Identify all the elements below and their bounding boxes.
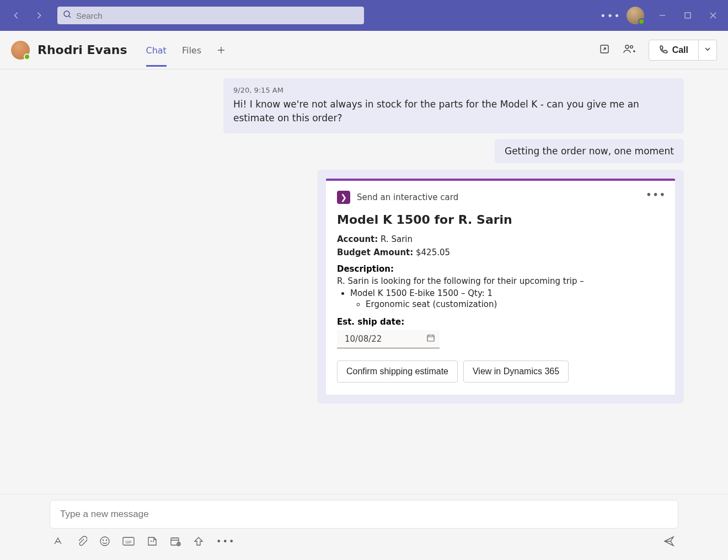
schedule-meeting-icon[interactable] (170, 536, 181, 547)
svg-point-11 (151, 541, 152, 542)
chat-header: Rhodri Evans Chat Files Call (0, 31, 728, 69)
search-input[interactable] (76, 11, 358, 20)
contact-avatar[interactable] (11, 41, 30, 60)
window-minimize-button[interactable] (657, 10, 667, 20)
account-row: Account: R. Sarin (337, 234, 664, 244)
nav-forward-button[interactable] (34, 10, 44, 20)
confirm-shipping-button[interactable]: Confirm shipping estimate (337, 360, 458, 383)
call-button-label: Call (672, 45, 688, 55)
card-title: Model K 1500 for R. Sarin (337, 213, 664, 227)
composer: GIF ••• (0, 494, 728, 560)
tab-files[interactable]: Files (182, 33, 201, 67)
attach-icon[interactable] (76, 536, 87, 547)
svg-point-4 (630, 45, 633, 48)
budget-row: Budget Amount: $425.05 (337, 247, 664, 257)
line-item: Model K 1500 E-bike 1500 – Qty: 1 (350, 288, 664, 298)
power-automate-icon: ❯ (337, 191, 350, 204)
adaptive-card: ••• ❯ Send an interactive card Model K 1… (326, 179, 675, 395)
message-timestamp: 9/20, 9:15 AM (233, 86, 674, 94)
svg-point-0 (64, 11, 69, 17)
view-in-dynamics-button[interactable]: View in Dynamics 365 (463, 360, 569, 383)
window-maximize-button[interactable] (683, 10, 693, 20)
stream-icon[interactable] (193, 536, 204, 547)
more-options-button[interactable]: ••• (606, 10, 615, 20)
presence-available-icon (24, 53, 30, 60)
ship-date-value: 10/08/22 (345, 334, 382, 344)
call-button[interactable]: Call (649, 40, 699, 61)
message-text: Hi! I know we're not always in stock for… (233, 98, 674, 125)
svg-point-3 (625, 45, 629, 49)
svg-point-8 (106, 540, 106, 540)
phone-icon (659, 45, 668, 56)
incoming-message: 9/20, 9:15 AM Hi! I know we're not alway… (223, 78, 684, 133)
tab-chat[interactable]: Chat (146, 33, 167, 67)
description-label: Description: (337, 264, 664, 274)
emoji-icon[interactable] (99, 536, 110, 547)
more-compose-icon[interactable]: ••• (216, 536, 235, 547)
search-icon (63, 10, 72, 21)
svg-rect-1 (685, 13, 690, 18)
call-options-button[interactable] (699, 40, 717, 61)
window-close-button[interactable] (708, 10, 718, 20)
send-button[interactable] (663, 535, 675, 547)
line-items-list: Model K 1500 E-bike 1500 – Qty: 1 Ergono… (337, 288, 664, 309)
svg-text:GIF: GIF (125, 540, 132, 544)
calendar-icon (426, 333, 435, 344)
outgoing-message: Getting the order now, one moment (50, 139, 684, 170)
pop-out-icon[interactable] (599, 44, 610, 57)
chevron-down-icon (704, 46, 711, 54)
description-text: R. Sarin is looking for the following fo… (337, 276, 664, 286)
svg-point-7 (103, 540, 103, 540)
nav-back-button[interactable] (11, 10, 21, 20)
compose-toolbar: GIF ••• (50, 529, 678, 547)
contact-name: Rhodri Evans (38, 43, 127, 57)
current-user-avatar[interactable] (627, 7, 644, 24)
card-more-button[interactable]: ••• (646, 190, 666, 200)
message-list: 9/20, 9:15 AM Hi! I know we're not alway… (0, 69, 728, 494)
card-source-label: Send an interactive card (357, 192, 458, 202)
presence-available-icon (638, 18, 645, 25)
gif-icon[interactable]: GIF (122, 536, 135, 547)
ship-date-label: Est. ship date: (337, 317, 664, 327)
compose-input[interactable] (60, 509, 668, 520)
add-people-icon[interactable] (623, 44, 635, 57)
adaptive-card-container: ••• ❯ Send an interactive card Model K 1… (317, 170, 684, 403)
message-text: Getting the order now, one moment (495, 139, 684, 163)
svg-point-12 (153, 541, 154, 542)
app-title-bar: ••• (0, 0, 728, 31)
line-subitem: Ergonomic seat (customization) (366, 299, 664, 309)
sticker-icon[interactable] (147, 536, 158, 547)
search-box[interactable] (57, 7, 364, 24)
ship-date-input[interactable]: 10/08/22 (337, 330, 440, 348)
add-tab-button[interactable] (217, 43, 226, 57)
compose-box[interactable] (50, 500, 678, 529)
svg-rect-5 (427, 335, 434, 341)
format-icon[interactable] (53, 536, 64, 547)
svg-point-6 (100, 537, 109, 546)
